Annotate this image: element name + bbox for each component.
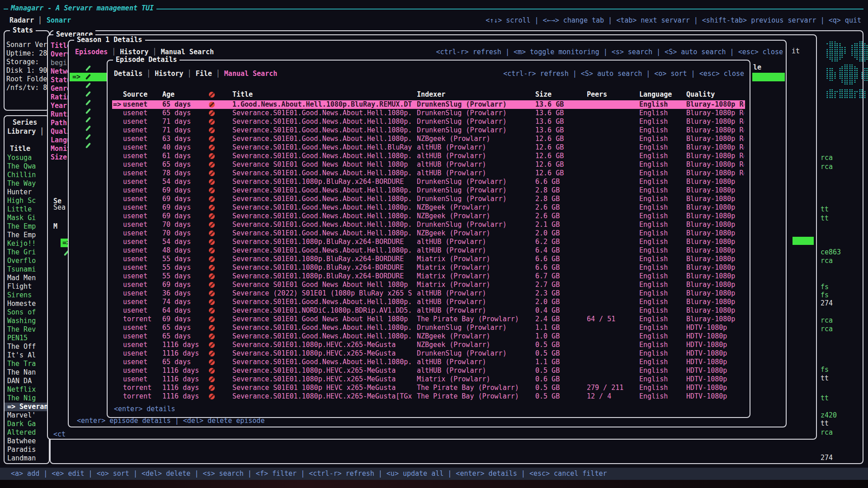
- release-row[interactable]: usenet55 daysSeverance.S01E01.1080p.BluR…: [112, 255, 745, 263]
- release-row-selected[interactable]: =>usenet65 days1.Good.News.About.Hell.10…: [112, 100, 745, 109]
- release-title: Severance.S01E01.1080p.HEVC.x265-MeGusta…: [232, 392, 415, 401]
- rejected-icon: [209, 213, 215, 219]
- release-language: English: [639, 126, 684, 135]
- release-source: usenet: [123, 341, 161, 349]
- release-row[interactable]: usenet55 daysSeverance.S01E01.1080p.BluR…: [112, 272, 745, 281]
- release-age: 78 days: [162, 169, 208, 178]
- rejected-icon: [209, 299, 215, 305]
- release-title: Severance S01E01 Good News About Hell 10…: [232, 281, 415, 289]
- release-quality: Bluray-1080p Re: [686, 117, 744, 126]
- column-header: Indexer: [417, 90, 533, 99]
- release-peers: [587, 109, 637, 117]
- release-quality: Bluray-1080p: [686, 281, 744, 289]
- release-age: 65 days: [162, 324, 208, 332]
- release-quality: HDTV-1080p: [686, 384, 744, 392]
- release-indexer: NZBgeek (Prowlarr): [417, 332, 533, 341]
- release-size: 12.6 GB: [535, 160, 585, 169]
- release-row[interactable]: usenet71 daysSeverance.S01E01.Good.News.…: [112, 117, 745, 126]
- release-indexer: altHUB (Prowlarr): [417, 152, 533, 160]
- release-row[interactable]: usenet63 daysSeverance.S01E01.Good.News.…: [112, 135, 745, 143]
- release-row[interactable]: usenet40 daysSeverance.S01E01.Good.News.…: [112, 143, 745, 152]
- release-age: 61 days: [162, 152, 208, 160]
- release-row[interactable]: usenet69 daysSeverance.S01E01.Good.News.…: [112, 186, 745, 195]
- release-row[interactable]: usenet70 daysSeverance.S01E01.Good.News.…: [112, 229, 745, 238]
- release-language: English: [639, 289, 684, 298]
- release-row[interactable]: usenet65 daysSeverance.S01E01.Good.News.…: [112, 358, 745, 366]
- release-row[interactable]: usenet48 daysSeverance.S01E01.Good.News.…: [112, 246, 745, 255]
- release-row[interactable]: usenet65 daysSeverance.S01E01.Good.News.…: [112, 332, 745, 341]
- episode-tab-details[interactable]: Details: [114, 70, 142, 78]
- episode-tab-history[interactable]: History: [155, 70, 183, 78]
- release-source: usenet: [123, 298, 161, 306]
- episode-tab-file[interactable]: File: [196, 70, 212, 78]
- release-age: 55 days: [162, 255, 208, 263]
- release-row[interactable]: usenet71 daysSeverance.S01E01.Good.News.…: [112, 126, 745, 135]
- release-quality: Bluray-1080p Re: [686, 135, 744, 143]
- release-indexer: altHUB (Prowlarr): [417, 160, 533, 169]
- release-row[interactable]: usenet64 daysSeverance.S01E01.NORDiC.108…: [112, 306, 745, 315]
- release-title: Severance.S01E01.Good.News.About.Hell.10…: [232, 117, 415, 126]
- release-peers: [587, 100, 637, 109]
- rejected-icon: [209, 188, 215, 193]
- release-source: usenet: [123, 246, 161, 255]
- release-age: 64 days: [162, 306, 208, 315]
- release-indexer: DrunkenSlug (Prowlarr): [417, 186, 533, 195]
- release-row[interactable]: usenet65 daysSeverance.S01E01.Good.News.…: [112, 109, 745, 117]
- release-source: usenet: [123, 135, 161, 143]
- release-row[interactable]: usenet54 daysSeverance.S01E01.1080p.BluR…: [112, 238, 745, 246]
- release-quality: Bluray-1080p: [686, 255, 744, 263]
- release-row[interactable]: usenet1116 daysSeverance.S01E01.1080p.HE…: [112, 349, 745, 358]
- release-row[interactable]: usenet65 daysSeverance.S01E01.Good.News.…: [112, 324, 745, 332]
- release-indexer: DrunkenSlug (Prowlarr): [417, 324, 533, 332]
- release-row[interactable]: usenet36 daysSeverance (2022) S01E01 (10…: [112, 289, 745, 298]
- release-peers: [587, 126, 637, 135]
- release-row[interactable]: usenet54 daysSeverance.S01E01.1080p.BluR…: [112, 178, 745, 186]
- release-row[interactable]: usenet70 daysSeverance.S01E01.Good.News.…: [112, 221, 745, 229]
- release-row[interactable]: usenet69 daysSeverance.S01E01.Good.News.…: [112, 195, 745, 203]
- release-row[interactable]: usenet61 daysSeverance.S01E01.Good.News.…: [112, 152, 745, 160]
- release-peers: [587, 255, 637, 263]
- release-age: 69 days: [162, 195, 208, 203]
- release-quality: Bluray-1080p Re: [686, 100, 744, 109]
- rejected-icon: [209, 222, 215, 228]
- release-source: usenet: [123, 349, 161, 358]
- release-age: 65 days: [162, 332, 208, 341]
- release-row[interactable]: torrent69 daysSeverance S01E01 Good News…: [112, 315, 745, 324]
- tab-separator: │: [184, 70, 196, 78]
- release-peers: [587, 178, 637, 186]
- release-row[interactable]: usenet69 daysSeverance S01E01 Good News …: [112, 281, 745, 289]
- release-language: English: [639, 109, 684, 117]
- episode-tab-manual-search[interactable]: Manual Search: [224, 70, 277, 78]
- release-row[interactable]: usenet74 daysSeverance.S01E01.Good.News.…: [112, 298, 745, 306]
- release-row[interactable]: usenet1116 daysSeverance.S01E01.1080p.HE…: [112, 366, 745, 375]
- rejected-icon: [209, 145, 215, 150]
- release-title: Severance.S01E01.Good.News.About.Hell.10…: [232, 324, 415, 332]
- release-row[interactable]: usenet1116 daysSeverance.S01E01.1080p.HE…: [112, 341, 745, 349]
- release-source: usenet: [123, 375, 161, 384]
- column-header: Language: [639, 90, 684, 99]
- release-peers: [587, 135, 637, 143]
- release-size: 2.6 GB: [535, 203, 585, 212]
- release-size: 13.6 GB: [535, 126, 585, 135]
- release-row[interactable]: usenet78 daysSeverance.S01E01.Good.News.…: [112, 169, 745, 178]
- release-row[interactable]: torrent1116 daysSeverance S01E01 1080p H…: [112, 384, 745, 392]
- release-row[interactable]: usenet69 daysSeverance.S01E01.Good.News.…: [112, 212, 745, 221]
- release-row[interactable]: torrent1116 daysSeverance.S01E01.1080p.H…: [112, 392, 745, 401]
- release-peers: [587, 263, 637, 272]
- release-row[interactable]: usenet1116 daysSeverance.S01E01.1080p.HE…: [112, 375, 745, 384]
- rejected-icon: [209, 136, 215, 142]
- release-title: Severance.S01E01.1080p.HEVC.x265-MeGusta: [232, 375, 415, 384]
- release-source: usenet: [123, 289, 161, 298]
- release-age: 65 days: [162, 109, 208, 117]
- release-row[interactable]: usenet69 daysSeverance.S01E01.Good.News.…: [112, 203, 745, 212]
- rejected-icon: [209, 325, 215, 331]
- release-title: Severance.S01E01.1080p.HEVC.x265-MeGusta: [232, 349, 415, 358]
- release-language: English: [639, 135, 684, 143]
- release-quality: Bluray-1080p: [686, 178, 744, 186]
- release-title: Severance S01E01 Good News About Hell 10…: [232, 315, 415, 324]
- release-size: 2.8 GB: [535, 186, 585, 195]
- release-row[interactable]: usenet55 daysSeverance.S01E01.1080p.BluR…: [112, 263, 745, 272]
- release-row[interactable]: usenet65 daysSeverance S01E01 Good News …: [112, 160, 745, 169]
- release-peers: [587, 238, 637, 246]
- release-title: Severance.S01E01.Good.News.About.Hell.10…: [232, 229, 415, 238]
